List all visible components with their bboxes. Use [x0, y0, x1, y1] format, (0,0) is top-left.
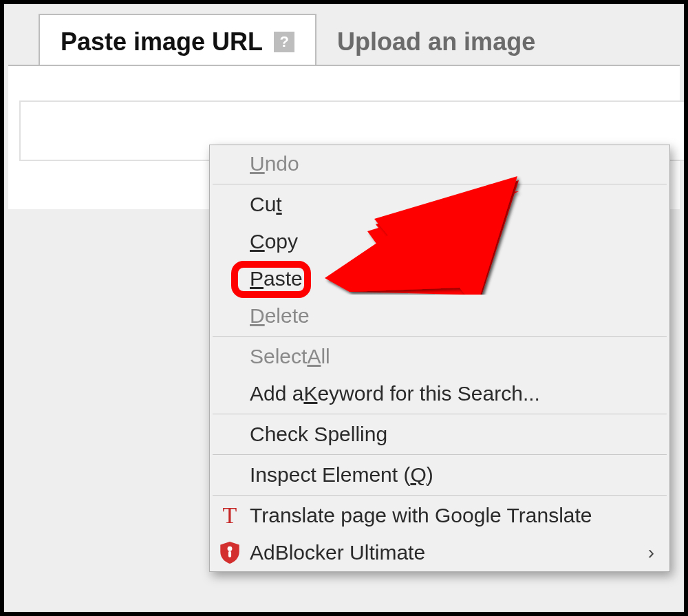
translate-icon: T	[218, 504, 241, 527]
tab-label: Paste image URL	[61, 28, 263, 56]
context-menu-check-spelling[interactable]: Check Spelling	[210, 416, 669, 453]
menu-label-pre: Cu	[250, 193, 276, 216]
menu-label-post: eyword for this Search...	[317, 382, 539, 405]
submenu-arrow-icon: ›	[648, 542, 654, 564]
menu-separator	[213, 414, 667, 414]
menu-label-pre: Add a	[250, 382, 303, 405]
menu-label-accel: P	[250, 267, 264, 290]
menu-label-post: ll	[321, 345, 330, 368]
menu-label-accel: K	[303, 382, 317, 405]
menu-label-pre: AdBlocker Ultimate	[250, 541, 425, 564]
menu-label-accel: D	[250, 304, 265, 328]
menu-label-post: opy	[265, 230, 298, 253]
menu-label-accel: C	[250, 230, 265, 253]
menu-label-accel: U	[250, 152, 265, 176]
svg-rect-1	[228, 551, 231, 557]
tab-paste-image-url[interactable]: Paste image URL ?	[39, 14, 316, 69]
context-menu-select-all[interactable]: Select All	[210, 338, 669, 375]
context-menu-inspect-element[interactable]: Inspect Element (Q)	[210, 456, 669, 493]
tabs-row: Paste image URL ? Upload an image	[39, 14, 556, 69]
menu-separator	[213, 336, 667, 337]
menu-separator	[213, 495, 667, 496]
menu-label-accel: t	[276, 193, 281, 216]
menu-label-accel: A	[307, 345, 321, 368]
menu-label-pre: Select	[250, 345, 307, 368]
context-menu-translate[interactable]: T Translate page with Google Translate	[210, 497, 669, 534]
context-menu-add-keyword[interactable]: Add a Keyword for this Search...	[210, 375, 669, 412]
context-menu: Undo Cut Copy Paste Delete Select All Ad…	[209, 145, 670, 572]
context-menu-adblocker[interactable]: AdBlocker Ultimate ›	[210, 534, 669, 571]
tab-label: Upload an image	[337, 28, 535, 56]
help-icon[interactable]: ?	[274, 32, 294, 52]
menu-separator	[213, 184, 667, 184]
menu-label-pre: Check Spelling	[250, 423, 387, 446]
adblocker-shield-icon	[218, 541, 241, 564]
svg-point-0	[228, 546, 233, 551]
menu-label-pre: Inspect Element (	[250, 463, 410, 487]
screenshot-frame: Paste image URL ? Upload an image Undo C…	[0, 0, 688, 616]
menu-separator	[213, 454, 667, 455]
context-menu-copy[interactable]: Copy	[210, 223, 669, 260]
menu-label-pre: Translate page with Google Translate	[250, 504, 592, 527]
menu-label-post: elete	[265, 304, 310, 328]
menu-label-accel: Q	[410, 463, 426, 487]
menu-label-post: ndo	[265, 152, 299, 176]
context-menu-undo[interactable]: Undo	[210, 145, 669, 182]
menu-label-post: )	[427, 463, 433, 487]
context-menu-cut[interactable]: Cut	[210, 186, 669, 223]
tab-upload-image[interactable]: Upload an image	[316, 15, 556, 69]
menu-label-post: aste	[264, 267, 303, 290]
context-menu-delete[interactable]: Delete	[210, 297, 669, 334]
context-menu-paste[interactable]: Paste	[210, 260, 669, 297]
